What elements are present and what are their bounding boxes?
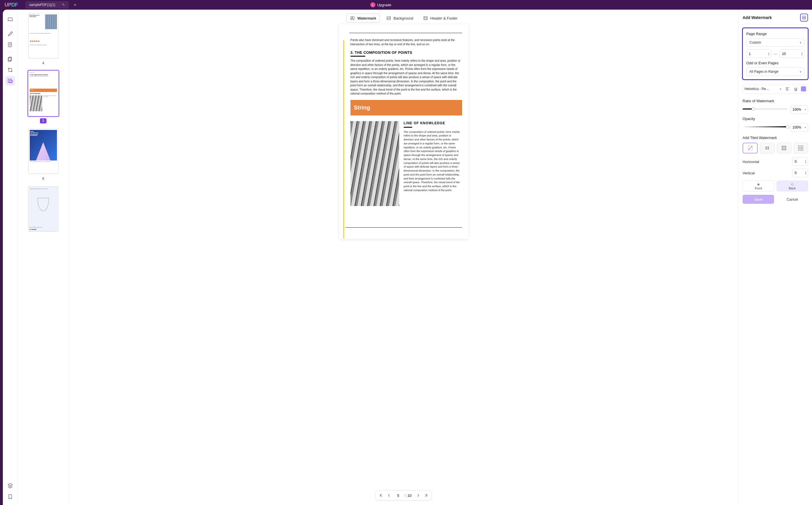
app-logo: UPDF [5, 2, 18, 8]
page-body: The composition of ordered points: here … [350, 59, 395, 96]
thumbnail-label-4: 4 [40, 60, 46, 66]
rename-icon[interactable]: ✎ [62, 3, 65, 7]
thumbnail-label-6: 6 [40, 176, 46, 181]
thumbnail-label-5: 5 [40, 118, 46, 124]
page-image [350, 121, 395, 206]
svg-rect-3 [8, 79, 12, 82]
edit-tool[interactable] [5, 40, 15, 49]
organize-tool[interactable] [5, 54, 15, 64]
upgrade-button[interactable]: L Upgrade [370, 2, 391, 7]
crop-tool[interactable] [5, 65, 15, 75]
svg-rect-6 [387, 16, 390, 20]
background-icon [386, 16, 391, 21]
new-tab-button[interactable]: ＋ [73, 2, 77, 8]
thumbnail-panel[interactable]: Basic Elements ofPlane Space Lorem ipsum… [18, 10, 69, 245]
watermark-icon [350, 16, 355, 21]
tab-background[interactable]: Background [383, 14, 395, 22]
avatar: L [370, 2, 375, 7]
page-preview: Points also have dominant and recessive … [339, 24, 395, 239]
tab-watermark[interactable]: Watermark [346, 14, 380, 23]
tab-title: samplePDF(1)(1) [29, 3, 55, 7]
page-intro: Points also have dominant and recessive … [350, 38, 395, 46]
page-heading: 3. THE COMPOSITION OF POINTS [350, 50, 395, 55]
page-banner: String [350, 100, 395, 116]
thumbnail-page-6[interactable]: PRISMDECOMPOSITION SUNLIGHTEXPERIMENT fo… [28, 129, 59, 174]
thumbnail-page-7[interactable]: header paragraph description across line… [28, 186, 59, 231]
reader-tool[interactable] [5, 15, 15, 24]
comment-tool[interactable] [5, 29, 15, 39]
thumbnail-page-4[interactable]: Basic Elements ofPlane Space Lorem ipsum… [28, 13, 59, 58]
thumbnail-page-5[interactable]: intro line text 3. THE COMPOSITION OF PO… [28, 71, 59, 116]
svg-rect-5 [351, 16, 354, 20]
document-tab[interactable]: samplePDF(1)(1) ✎ [25, 1, 69, 8]
watermark-tool[interactable] [5, 76, 15, 86]
